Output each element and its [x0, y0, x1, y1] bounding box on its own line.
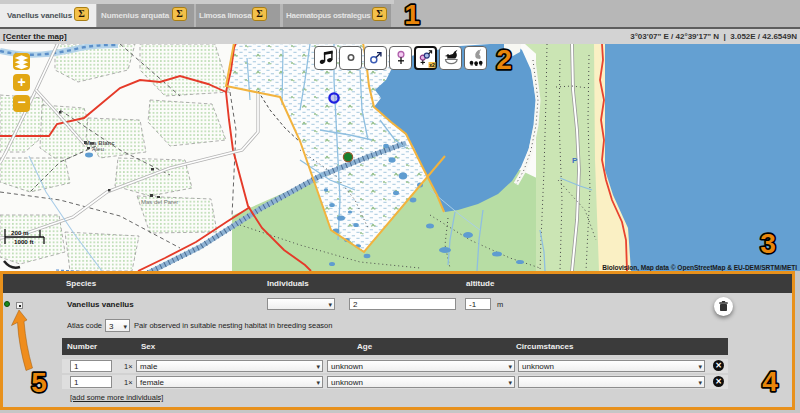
svg-text:Mas Blanc: Mas Blanc — [85, 140, 115, 146]
svg-text:200 m: 200 m — [11, 229, 29, 236]
svg-text:P: P — [572, 156, 578, 165]
svg-text:3: 3 — [760, 228, 776, 259]
svg-text:3: 3 — [760, 228, 776, 259]
svg-text:Mas del Parer: Mas del Parer — [141, 199, 178, 205]
svg-text:x2: x2 — [429, 62, 435, 68]
svg-text:1000 ft: 1000 ft — [14, 238, 34, 245]
svg-text:2: 2 — [496, 44, 512, 75]
svg-text:2: 2 — [496, 44, 512, 75]
svg-text:Aleu: Aleu — [92, 146, 104, 152]
